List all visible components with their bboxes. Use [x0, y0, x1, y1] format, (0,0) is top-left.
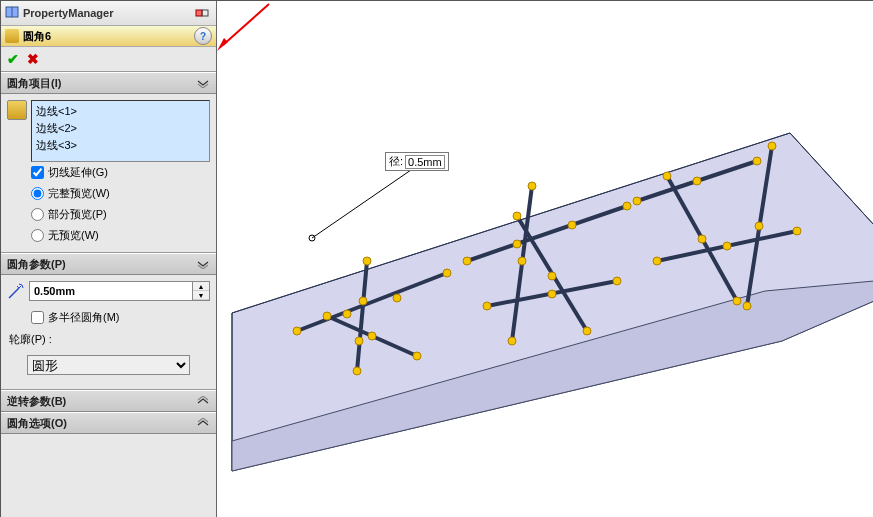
section-label: 圆角参数(P) — [7, 257, 66, 272]
svg-point-8 — [343, 310, 351, 318]
full-preview-radio[interactable]: 完整预览(W) — [7, 183, 210, 204]
chevron-down-icon — [196, 394, 210, 408]
section-label: 圆角项目(I) — [7, 76, 61, 91]
full-preview-radio-btn[interactable] — [31, 187, 44, 200]
action-bar: ✔ ✖ — [1, 47, 216, 72]
feature-name-bar: 圆角6 ? — [1, 26, 216, 47]
radius-input[interactable]: ▲ ▼ — [29, 281, 210, 301]
svg-point-39 — [793, 227, 801, 235]
no-preview-radio[interactable]: 无预览(W) — [7, 225, 210, 246]
list-item[interactable]: 边线<1> — [34, 103, 207, 120]
svg-point-18 — [463, 257, 471, 265]
pin-icon[interactable] — [194, 6, 212, 20]
svg-point-33 — [753, 157, 761, 165]
svg-point-24 — [583, 327, 591, 335]
profile-label: 轮廓(P) : — [7, 328, 210, 351]
svg-point-17 — [353, 367, 361, 375]
spinner-up[interactable]: ▲ — [193, 282, 209, 291]
svg-point-16 — [355, 337, 363, 345]
section-fillet-params: ▲ ▼ 多半径圆角(M) 轮廓(P) : 圆形 — [1, 275, 216, 390]
callout-label: 径: — [389, 154, 403, 169]
multi-radius-check[interactable]: 多半径圆角(M) — [7, 307, 210, 328]
svg-point-9 — [393, 294, 401, 302]
section-fillet-params-header[interactable]: 圆角参数(P) — [1, 253, 216, 275]
svg-point-27 — [613, 277, 621, 285]
svg-point-32 — [693, 177, 701, 185]
svg-point-34 — [663, 172, 671, 180]
svg-point-26 — [548, 290, 556, 298]
callout-value[interactable]: 0.5mm — [405, 155, 445, 169]
feature-name: 圆角6 — [23, 29, 190, 44]
svg-point-14 — [363, 257, 371, 265]
section-fillet-options-header[interactable]: 圆角选项(O) — [1, 412, 216, 434]
svg-point-29 — [518, 257, 526, 265]
section-fillet-items-header[interactable]: 圆角项目(I) — [1, 72, 216, 94]
svg-point-41 — [755, 222, 763, 230]
partial-preview-radio[interactable]: 部分预览(P) — [7, 204, 210, 225]
radio-label: 部分预览(P) — [48, 207, 107, 222]
svg-point-11 — [323, 312, 331, 320]
svg-rect-2 — [196, 10, 202, 16]
svg-point-21 — [623, 202, 631, 210]
section-label: 逆转参数(B) — [7, 394, 66, 409]
svg-point-38 — [723, 242, 731, 250]
list-item[interactable]: 边线<2> — [34, 120, 207, 137]
svg-rect-3 — [202, 10, 208, 16]
svg-point-28 — [528, 182, 536, 190]
section-invert-params-header[interactable]: 逆转参数(B) — [1, 390, 216, 412]
svg-point-20 — [568, 221, 576, 229]
graphics-viewport[interactable]: 径: 0.5mm — [217, 1, 873, 517]
radio-label: 无预览(W) — [48, 228, 99, 243]
ok-button[interactable]: ✔ — [7, 51, 19, 67]
svg-point-35 — [698, 235, 706, 243]
svg-point-19 — [513, 240, 521, 248]
profile-select[interactable]: 圆形 — [27, 355, 190, 375]
fillet-icon — [5, 29, 19, 43]
list-item[interactable]: 边线<3> — [34, 137, 207, 154]
help-button[interactable]: ? — [194, 27, 212, 45]
svg-point-36 — [733, 297, 741, 305]
svg-point-7 — [293, 327, 301, 335]
svg-point-12 — [368, 332, 376, 340]
radius-value[interactable] — [29, 281, 193, 301]
svg-point-22 — [513, 212, 521, 220]
partial-preview-radio-btn[interactable] — [31, 208, 44, 221]
multi-radius-checkbox[interactable] — [31, 311, 44, 324]
radio-label: 完整预览(W) — [48, 186, 110, 201]
section-fillet-items: 边线<1> 边线<2> 边线<3> 切线延伸(G) 完整预览(W) 部分预览(P… — [1, 94, 216, 253]
checkbox-label: 多半径圆角(M) — [48, 310, 120, 325]
radius-callout[interactable]: 径: 0.5mm — [385, 152, 449, 171]
panel-filler — [1, 434, 216, 517]
svg-point-13 — [413, 352, 421, 360]
section-label: 圆角选项(O) — [7, 416, 67, 431]
checkbox-label: 切线延伸(G) — [48, 165, 108, 180]
cancel-button[interactable]: ✖ — [27, 51, 39, 67]
svg-point-40 — [768, 142, 776, 150]
book-icon — [5, 5, 19, 21]
chevron-down-icon — [196, 416, 210, 430]
pm-title-label: PropertyManager — [23, 7, 113, 19]
edge-selection-list[interactable]: 边线<1> 边线<2> 边线<3> — [31, 100, 210, 162]
svg-point-25 — [483, 302, 491, 310]
svg-point-30 — [508, 337, 516, 345]
radius-icon — [7, 282, 25, 300]
no-preview-radio-btn[interactable] — [31, 229, 44, 242]
svg-point-31 — [633, 197, 641, 205]
svg-point-10 — [443, 269, 451, 277]
svg-point-23 — [548, 272, 556, 280]
svg-point-37 — [653, 257, 661, 265]
spinner-down[interactable]: ▼ — [193, 291, 209, 300]
svg-point-15 — [359, 297, 367, 305]
svg-point-42 — [743, 302, 751, 310]
chevron-up-icon — [196, 76, 210, 90]
chevron-up-icon — [196, 257, 210, 271]
edge-selection-icon — [7, 100, 27, 120]
tangent-extension-check[interactable]: 切线延伸(G) — [7, 162, 210, 183]
tangent-extension-checkbox[interactable] — [31, 166, 44, 179]
property-manager-header: PropertyManager — [1, 1, 216, 26]
